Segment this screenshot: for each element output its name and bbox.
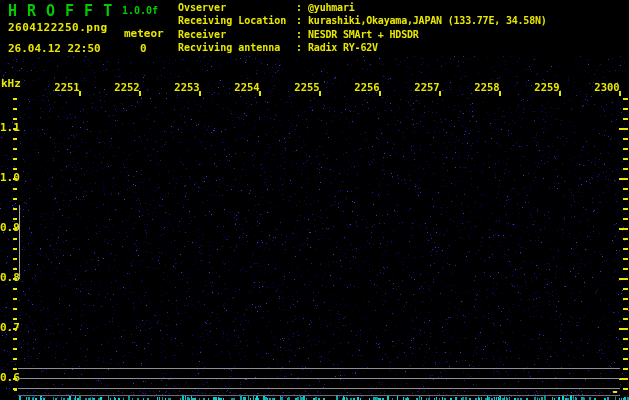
freq-tick-right [623,358,628,360]
freq-tick-left [13,208,17,210]
carrier-line [18,368,620,369]
freq-tick-left [13,328,17,330]
freq-tick-left [13,178,17,180]
time-axis-label: 2252 [97,81,157,93]
freq-tick-left [13,188,17,190]
freq-tick-left [13,138,17,140]
info-separator: : [296,14,308,27]
freq-tick-left [13,118,17,120]
freq-tick-right-major [619,378,628,380]
freq-tick-right [623,108,628,110]
info-separator: : [296,1,308,14]
freq-tick-right [623,188,628,190]
info-value: kurashiki,Okayama,JAPAN (133.77E, 34.58N… [308,15,547,26]
freq-tick-right-major [619,328,628,330]
carrier-line [18,378,620,379]
time-axis-label: 2258 [457,81,517,93]
info-row: Receiving Location:kurashiki,Okayama,JAP… [178,14,618,27]
freq-tick-right-major [619,228,628,230]
freq-tick-right [623,338,628,340]
minute-tick [379,91,381,96]
freq-tick-right [623,218,628,220]
freq-tick-left [13,268,17,270]
app-version: 1.0.0f [122,5,158,16]
freq-tick-right-major [619,278,628,280]
freq-tick-right [623,268,628,270]
info-label: Receiver [178,28,296,41]
freq-tick-left [13,218,17,220]
freq-tick-left [13,288,17,290]
info-label: Receiving Location [178,14,296,27]
freq-tick-right-major [619,178,628,180]
minute-tick [499,91,501,96]
minute-tick [619,91,621,96]
freq-tick-left [13,108,17,110]
minute-tick [439,91,441,96]
freq-tick-left [13,368,17,370]
freq-axis-label: 0.9 [0,221,13,234]
freq-tick-right [623,348,628,350]
freq-tick-left [13,168,17,170]
time-axis-label: 2251 [37,81,97,93]
spectrogram-noise-canvas [0,0,629,400]
minute-tick [559,91,561,96]
freq-tick-left [13,198,17,200]
freq-axis-label: 1.0 [0,171,13,184]
freq-axis-label: 0.8 [0,271,13,284]
freq-tick-left [13,258,17,260]
hrofft-screen: HROFFT 1.0.0f 2604122250.png meteor 26.0… [0,0,629,400]
minute-tick [259,91,261,96]
freq-tick-right [623,388,628,390]
freq-tick-right [623,308,628,310]
signal-strip-right-mark [613,391,617,393]
freq-tick-right [623,148,628,150]
freq-tick-right [623,118,628,120]
freq-tick-right [623,298,628,300]
meteor-count-value: 0 [140,42,147,55]
freq-tick-left [13,348,17,350]
info-row: Recviving antenna:Radix RY-62V [178,41,618,54]
time-axis-label: 2253 [157,81,217,93]
minute-tick [199,91,201,96]
freq-tick-left [13,338,17,340]
freq-tick-left [13,308,17,310]
app-title: HROFFT [8,2,122,20]
freq-tick-right [623,158,628,160]
info-row: Receiver:NESDR SMArt + HDSDR [178,28,618,41]
freq-tick-left [13,278,17,280]
info-label: Recviving antenna [178,41,296,54]
left-edge-marker-line [19,205,20,279]
freq-tick-right [623,318,628,320]
freq-tick-left [13,128,17,130]
info-value: @yuhmari [308,2,355,13]
observation-info-block: Ovserver:@yuhmariReceiving Location:kura… [178,1,618,55]
freq-tick-left [13,228,17,230]
freq-tick-left [13,148,17,150]
freq-tick-right [623,288,628,290]
freq-tick-right [623,368,628,370]
observation-datetime: 26.04.12 22:50 [8,42,101,55]
freq-tick-left [13,298,17,300]
info-value: NESDR SMArt + HDSDR [308,29,419,40]
freq-tick-right [623,138,628,140]
time-axis-label: 2256 [337,81,397,93]
info-value: Radix RY-62V [308,42,378,53]
time-axis-label: 2255 [277,81,337,93]
info-label: Ovserver [178,1,296,14]
time-axis-label: 2259 [517,81,577,93]
freq-tick-right [623,168,628,170]
signal-strip-left-mark [14,389,17,391]
output-filename: 2604122250.png [8,21,108,34]
carrier-line [18,388,620,389]
freq-axis-label: 0.6 [0,371,13,384]
time-axis-label: 2254 [217,81,277,93]
meteor-count-label: meteor [124,27,164,40]
freq-tick-right-major [619,128,628,130]
freq-tick-right [623,98,628,100]
time-axis-label: 2300 [577,81,629,93]
freq-tick-left [13,98,17,100]
freq-tick-right [623,198,628,200]
minute-tick [319,91,321,96]
freq-tick-left [13,238,17,240]
carrier-line [18,395,620,396]
